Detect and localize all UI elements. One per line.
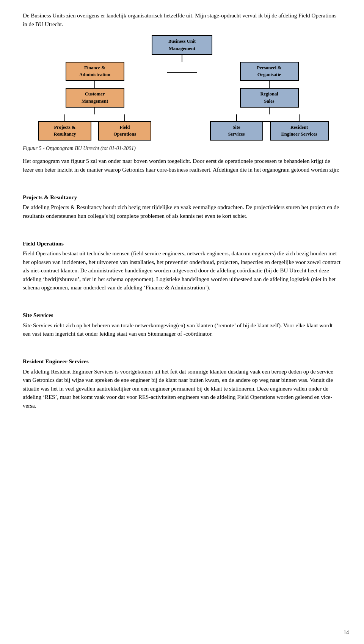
- site-heading: Site Services: [23, 311, 341, 320]
- vline-personeel: [269, 81, 270, 88]
- branch-resident: ResidentEngineer Services: [270, 114, 329, 141]
- branch-projects: Projects &Resultancy: [38, 114, 91, 141]
- right-children: SiteServices ResidentEngineer Services: [210, 114, 329, 141]
- resident-heading: Resident Engineer Services: [23, 357, 341, 366]
- field-text: Field Operations bestaat uit technische …: [23, 249, 341, 292]
- center-connector: [167, 62, 197, 73]
- vline-field: [124, 114, 125, 121]
- right-branch: Personeel &Organisatie RegionalSales Sit…: [197, 62, 341, 141]
- vline-finance: [94, 81, 95, 88]
- box-personeel: Personeel &Organisatie: [240, 62, 299, 81]
- org-chart: Business Unit Management Finance &Admini…: [23, 35, 341, 141]
- vline-resident: [299, 114, 300, 121]
- h-connector-right: [263, 121, 270, 122]
- box-resident: ResidentEngineer Services: [270, 121, 329, 141]
- site-text: Site Services richt zich op het beheren …: [23, 321, 341, 338]
- field-heading: Field Operations: [23, 239, 341, 248]
- vline-site: [236, 114, 237, 121]
- projects-text: De afdeling Projects & Resultancy houdt …: [23, 203, 341, 220]
- figure-caption: Figuur 5 - Organogram BU Utrecht (tot 01…: [23, 144, 341, 152]
- intro-paragraph: De Business Units zien overigens er land…: [23, 11, 341, 28]
- h-connector-left: [91, 121, 98, 122]
- level1-row: Finance &Administration CustomerManageme…: [23, 62, 341, 141]
- box-customer: CustomerManagement: [66, 88, 124, 108]
- left-branch: Finance &Administration CustomerManageme…: [23, 62, 167, 141]
- root-node: Business Unit Management: [152, 35, 212, 62]
- projects-heading: Projects & Resultancy: [23, 193, 341, 202]
- vline-customer: [94, 108, 95, 114]
- box-finance: Finance &Administration: [66, 62, 124, 81]
- vline-regional: [269, 108, 270, 114]
- branch-site: SiteServices: [210, 114, 263, 141]
- h-connector-top: [167, 72, 197, 73]
- branch-field: FieldOperations: [98, 114, 151, 141]
- vline-root: [182, 55, 182, 62]
- intro-org-text: Het organogram van figuur 5 zal van onde…: [23, 157, 341, 174]
- resident-text: De afdeling Resident Engineer Services i…: [23, 367, 341, 410]
- vline-projects: [64, 114, 65, 121]
- box-projects: Projects &Resultancy: [38, 121, 91, 141]
- box-regional: RegionalSales: [240, 88, 299, 108]
- box-site: SiteServices: [210, 121, 263, 141]
- left-children: Projects &Resultancy FieldOperations: [38, 114, 151, 141]
- box-bu-management: Business Unit Management: [152, 35, 212, 55]
- box-field: FieldOperations: [98, 121, 151, 141]
